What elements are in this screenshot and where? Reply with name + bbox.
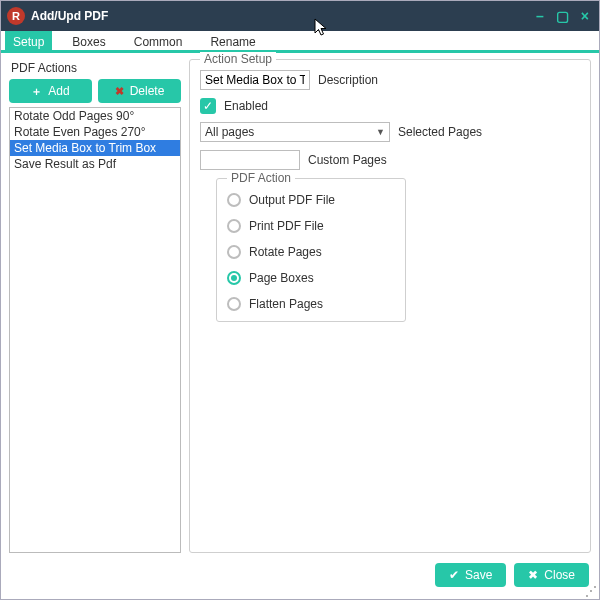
save-button-label: Save xyxy=(465,568,492,582)
tab-bar: Setup Boxes Common Rename xyxy=(1,31,599,53)
tab-common[interactable]: Common xyxy=(126,31,191,50)
chevron-down-icon: ▼ xyxy=(376,127,385,137)
radio-output-pdf[interactable]: Output PDF File xyxy=(227,187,395,213)
selected-pages-label: Selected Pages xyxy=(398,125,482,139)
description-row: Description xyxy=(200,70,580,90)
enabled-checkbox[interactable]: ✓ xyxy=(200,98,216,114)
list-item[interactable]: Set Media Box to Trim Box xyxy=(10,140,180,156)
radio-icon xyxy=(227,271,241,285)
radio-page-boxes[interactable]: Page Boxes xyxy=(227,265,395,291)
window-title: Add/Upd PDF xyxy=(31,9,536,23)
action-setup-group: Action Setup Description ✓ Enabled All p… xyxy=(189,59,591,553)
app-window: R Add/Upd PDF – ▢ × Setup Boxes Common R… xyxy=(0,0,600,600)
pdf-actions-panel: PDF Actions ＋ Add ✖ Delete Rotate Odd Pa… xyxy=(9,59,181,553)
tab-boxes[interactable]: Boxes xyxy=(64,31,113,50)
enabled-label: Enabled xyxy=(224,99,268,113)
description-input[interactable] xyxy=(200,70,310,90)
close-icon: ✖ xyxy=(528,568,538,582)
description-label: Description xyxy=(318,73,378,87)
enabled-row: ✓ Enabled xyxy=(200,98,580,114)
minimize-button[interactable]: – xyxy=(536,8,544,24)
radio-icon xyxy=(227,193,241,207)
custom-pages-row: Custom Pages xyxy=(200,150,580,170)
radio-flatten-pages[interactable]: Flatten Pages xyxy=(227,291,395,317)
radio-label: Flatten Pages xyxy=(249,297,323,311)
list-item[interactable]: Rotate Even Pages 270° xyxy=(10,124,180,140)
setup-panel: Action Setup Description ✓ Enabled All p… xyxy=(189,59,591,553)
tab-setup[interactable]: Setup xyxy=(5,31,52,50)
pdf-action-group: PDF Action Output PDF File Print PDF Fil… xyxy=(216,178,406,322)
window-control-group: – ▢ × xyxy=(536,8,593,24)
radio-label: Page Boxes xyxy=(249,271,314,285)
delete-button-label: Delete xyxy=(130,84,165,98)
list-item[interactable]: Rotate Odd Pages 90° xyxy=(10,108,180,124)
custom-pages-input[interactable] xyxy=(200,150,300,170)
pdf-actions-title: PDF Actions xyxy=(9,59,181,79)
delete-action-button[interactable]: ✖ Delete xyxy=(98,79,181,103)
pages-select[interactable]: All pages ▼ xyxy=(200,122,390,142)
resize-grip-icon[interactable]: ⋰ xyxy=(585,585,597,597)
radio-icon xyxy=(227,297,241,311)
plus-icon: ＋ xyxy=(31,86,42,97)
selected-pages-row: All pages ▼ Selected Pages xyxy=(200,122,580,142)
titlebar[interactable]: R Add/Upd PDF – ▢ × xyxy=(1,1,599,31)
radio-icon xyxy=(227,219,241,233)
radio-label: Print PDF File xyxy=(249,219,324,233)
actions-listbox[interactable]: Rotate Odd Pages 90° Rotate Even Pages 2… xyxy=(9,107,181,553)
radio-label: Rotate Pages xyxy=(249,245,322,259)
add-action-button[interactable]: ＋ Add xyxy=(9,79,92,103)
radio-rotate-pages[interactable]: Rotate Pages xyxy=(227,239,395,265)
action-buttons-row: ＋ Add ✖ Delete xyxy=(9,79,181,103)
add-button-label: Add xyxy=(48,84,69,98)
restore-button[interactable]: ▢ xyxy=(556,8,569,24)
app-logo-icon: R xyxy=(7,7,25,25)
list-item[interactable]: Save Result as Pdf xyxy=(10,156,180,172)
custom-pages-label: Custom Pages xyxy=(308,153,387,167)
close-button-label: Close xyxy=(544,568,575,582)
action-setup-legend: Action Setup xyxy=(200,52,276,66)
close-button[interactable]: ✖ Close xyxy=(514,563,589,587)
footer: ✔ Save ✖ Close ⋰ xyxy=(1,553,599,599)
radio-label: Output PDF File xyxy=(249,193,335,207)
radio-print-pdf[interactable]: Print PDF File xyxy=(227,213,395,239)
pages-select-value: All pages xyxy=(205,125,254,139)
close-window-button[interactable]: × xyxy=(581,8,589,24)
check-icon: ✔ xyxy=(449,568,459,582)
delete-icon: ✖ xyxy=(115,86,124,97)
radio-icon xyxy=(227,245,241,259)
pdf-action-legend: PDF Action xyxy=(227,171,295,185)
save-button[interactable]: ✔ Save xyxy=(435,563,506,587)
content-area: PDF Actions ＋ Add ✖ Delete Rotate Odd Pa… xyxy=(1,53,599,553)
tab-rename[interactable]: Rename xyxy=(202,31,263,50)
